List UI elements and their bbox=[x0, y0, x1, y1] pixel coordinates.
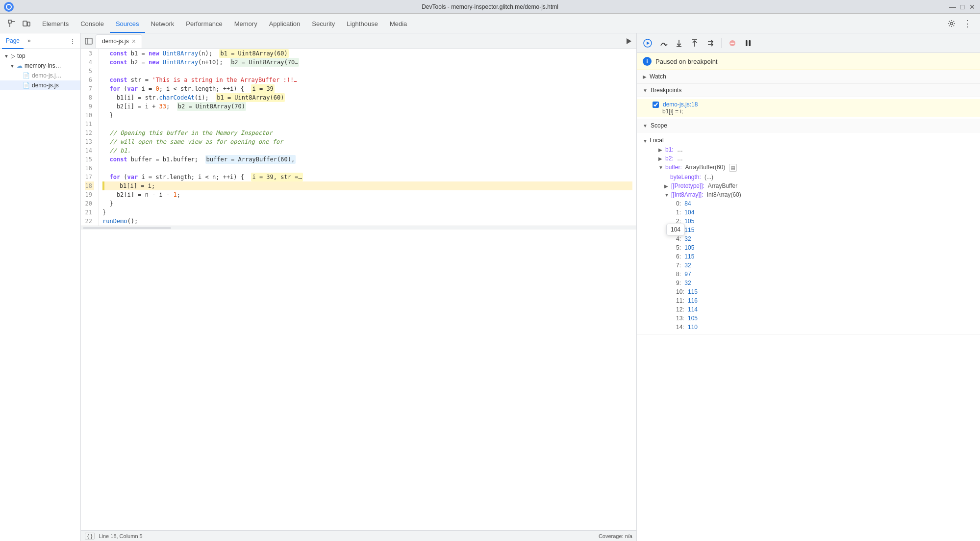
scope-section: ▼ Scope ▼ Local ▶ b1: … bbox=[637, 119, 980, 335]
left-panel-header: Page » ⋮ bbox=[0, 33, 80, 49]
more-tools-button[interactable]: ⋮ bbox=[960, 17, 974, 30]
code-line-20: } bbox=[102, 199, 632, 208]
tab-console[interactable]: Console bbox=[75, 15, 110, 33]
watch-arrow: ▶ bbox=[643, 74, 647, 79]
code-lines: const b1 = new Uint8Array(n); b1 = Uint8… bbox=[99, 49, 636, 226]
tab-lighthouse[interactable]: Lighthouse bbox=[341, 15, 384, 33]
device-icon bbox=[23, 20, 30, 27]
code-line-15: const buffer = b1.buffer; buffer = Array… bbox=[102, 155, 632, 164]
title-bar: DevTools - memory-inspector.glitch.me/de… bbox=[0, 0, 980, 14]
code-line-22: runDemo(); bbox=[102, 217, 632, 226]
scope-item-5[interactable]: 5: 105 bbox=[637, 243, 980, 252]
resume-button[interactable] bbox=[641, 36, 654, 50]
device-toggle-button[interactable] bbox=[20, 17, 33, 30]
maximize-button[interactable]: □ bbox=[958, 3, 966, 11]
file-icon-2: 📄 bbox=[23, 82, 30, 89]
scope-item-14[interactable]: 14: 110 bbox=[637, 323, 980, 332]
tab-performance[interactable]: Performance bbox=[180, 15, 228, 33]
code-line-19: b2[i] = n - i - 1; bbox=[102, 190, 632, 199]
scope-item-1[interactable]: 1: 104 bbox=[637, 208, 980, 217]
breakpoints-content: demo-js.js:18 b1[i] = i; bbox=[637, 97, 980, 119]
code-line-17: for (var i = str.length; i < n; ++i) { i… bbox=[102, 173, 632, 181]
memory-inspector-button[interactable]: ▤ bbox=[729, 164, 737, 172]
step-into-button[interactable] bbox=[672, 36, 686, 50]
step-out-button[interactable] bbox=[688, 36, 702, 50]
left-panel-more-button[interactable]: ⋮ bbox=[67, 35, 78, 47]
tab-elements[interactable]: Elements bbox=[36, 15, 75, 33]
line-numbers: 3 4 5 6 7 8 9 10 11 12 13 14 15 16 17 18 bbox=[81, 49, 99, 226]
editor-tab-close[interactable]: × bbox=[132, 38, 136, 45]
tree-item-demo-js-active[interactable]: 📄 demo-js.js bbox=[0, 80, 80, 90]
scope-item-3[interactable]: 3: 115 104 bbox=[637, 226, 980, 234]
scope-item-prototype[interactable]: ▶ [[Prototype]]: ArrayBuffer bbox=[637, 181, 980, 190]
resume-icon bbox=[643, 39, 652, 48]
code-content: 3 4 5 6 7 8 9 10 11 12 13 14 15 16 17 18 bbox=[81, 49, 636, 226]
editor-tab-demo-js[interactable]: demo-js.js × bbox=[96, 34, 142, 48]
scrollbar-thumb[interactable] bbox=[83, 227, 171, 229]
breakpoints-section: ▼ Breakpoints demo-js.js:18 b1[i] = i; bbox=[637, 84, 980, 119]
scope-item-13[interactable]: 13: 105 bbox=[637, 314, 980, 323]
code-line-6: const str = 'This is a string in the Arr… bbox=[102, 76, 632, 84]
svg-rect-7 bbox=[27, 22, 30, 26]
panel-tab-page[interactable]: Page bbox=[2, 33, 24, 49]
code-line-3: const b1 = new Uint8Array(n); b1 = Uint8… bbox=[102, 49, 632, 58]
scope-item-2[interactable]: 2: 105 bbox=[637, 217, 980, 226]
pause-exceptions-button[interactable] bbox=[741, 36, 755, 50]
code-line-13: // will open the same view as for openin… bbox=[102, 137, 632, 146]
settings-button[interactable] bbox=[945, 17, 958, 30]
scope-item-bytelength[interactable]: byteLength: (...) bbox=[637, 173, 980, 181]
scope-item-int8array[interactable]: ▼ [[Int8Array]]: Int8Array(60) bbox=[637, 190, 980, 199]
scope-item-10[interactable]: 10: 115 bbox=[637, 287, 980, 296]
scope-item-4[interactable]: 4: 32 bbox=[637, 234, 980, 243]
svg-rect-6 bbox=[23, 21, 27, 26]
tab-application[interactable]: Application bbox=[263, 15, 306, 33]
scope-local-header[interactable]: ▼ Local bbox=[637, 135, 980, 145]
code-editor[interactable]: 3 4 5 6 7 8 9 10 11 12 13 14 15 16 17 18 bbox=[81, 49, 636, 530]
editor-panel: demo-js.js × 3 4 5 6 7 8 bbox=[81, 33, 637, 541]
status-left: { } Line 18, Column 5 bbox=[85, 533, 143, 540]
editor-sidebar-toggle[interactable] bbox=[83, 35, 95, 47]
scope-item-b2[interactable]: ▶ b2: … bbox=[637, 154, 980, 163]
editor-play-button[interactable] bbox=[623, 35, 634, 47]
scope-item-0[interactable]: 0: 84 bbox=[637, 199, 980, 208]
scope-item-buffer[interactable]: ▼ buffer: ArrayBuffer(60) ▤ bbox=[637, 163, 980, 173]
tree-item-top[interactable]: ▼ ▷ top bbox=[0, 51, 80, 61]
deactivate-breakpoints-button[interactable] bbox=[726, 36, 739, 50]
scope-item-7[interactable]: 7: 32 bbox=[637, 261, 980, 270]
close-button[interactable]: ✕ bbox=[968, 3, 976, 11]
code-line-8: b1[i] = str.charCodeAt(i); b1 = Uint8Arr… bbox=[102, 93, 632, 102]
step-over-button[interactable] bbox=[656, 36, 670, 50]
format-button[interactable]: { } bbox=[85, 533, 95, 540]
scope-item-6[interactable]: 6: 115 bbox=[637, 252, 980, 261]
scope-header[interactable]: ▼ Scope bbox=[637, 119, 980, 132]
inspect-element-button[interactable] bbox=[5, 17, 19, 30]
tree-item-memory-host[interactable]: ▼ ☁ memory-ins… bbox=[0, 61, 80, 71]
tab-sources[interactable]: Sources bbox=[110, 15, 145, 33]
breakpoint-check: demo-js.js:18 bbox=[653, 101, 974, 108]
breakpoint-notice: i Paused on breakpoint bbox=[637, 53, 980, 70]
horizontal-scrollbar[interactable] bbox=[81, 226, 636, 230]
breakpoints-header[interactable]: ▼ Breakpoints bbox=[637, 84, 980, 97]
watch-header[interactable]: ▶ Watch bbox=[637, 70, 980, 83]
tree-item-demo-js-inactive[interactable]: 📄 demo-js.j… bbox=[0, 71, 80, 80]
step-button[interactable] bbox=[704, 36, 717, 50]
main-layout: Page » ⋮ ▼ ▷ top ▼ ☁ memory-ins… bbox=[0, 33, 980, 541]
scope-group-local: ▼ Local ▶ b1: … ▶ b2: bbox=[637, 134, 980, 333]
scope-item-8[interactable]: 8: 97 bbox=[637, 270, 980, 279]
debug-separator-1 bbox=[721, 38, 722, 48]
panel-tab-more[interactable]: » bbox=[24, 33, 35, 49]
tab-network[interactable]: Network bbox=[145, 15, 180, 33]
svg-rect-3 bbox=[8, 20, 11, 23]
debug-sections: ▶ Watch ▼ Breakpoints demo-js.js:18 bbox=[637, 70, 980, 541]
tab-memory[interactable]: Memory bbox=[228, 15, 263, 33]
devtools-tabs: Elements Console Sources Network Perform… bbox=[36, 14, 945, 33]
scope-item-9[interactable]: 9: 32 bbox=[637, 279, 980, 287]
breakpoint-checkbox[interactable] bbox=[653, 102, 659, 108]
scope-item-12[interactable]: 12: 114 bbox=[637, 305, 980, 314]
tab-media[interactable]: Media bbox=[384, 15, 413, 33]
minimize-button[interactable]: — bbox=[949, 3, 956, 11]
scope-item-b1[interactable]: ▶ b1: … bbox=[637, 145, 980, 154]
code-line-10: } bbox=[102, 111, 632, 120]
scope-item-11[interactable]: 11: 116 bbox=[637, 296, 980, 305]
tab-security[interactable]: Security bbox=[306, 15, 341, 33]
